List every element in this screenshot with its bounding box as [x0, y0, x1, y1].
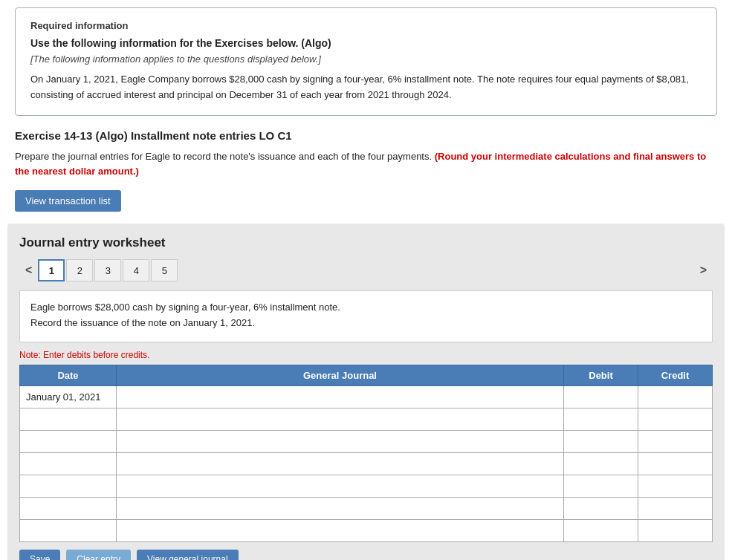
table-row	[20, 498, 713, 520]
clear-entry-button[interactable]: Clear entry	[66, 550, 131, 560]
instructions-plain: Prepare the journal entries for Eagle to…	[15, 151, 435, 162]
date-input[interactable]	[26, 436, 110, 447]
description-text: Eagle borrows $28,000 cash by signing a …	[30, 302, 340, 328]
tab-prev-arrow[interactable]: <	[19, 261, 38, 280]
debit-cell[interactable]	[564, 408, 638, 431]
view-general-journal-button[interactable]: View general journal	[137, 550, 239, 560]
date-input[interactable]	[26, 525, 110, 536]
table-row	[20, 520, 713, 542]
col-header-debit: Debit	[564, 365, 638, 386]
journal-table: Date General Journal Debit Credit Januar…	[19, 365, 713, 542]
debit-input[interactable]	[570, 391, 632, 403]
journal-input[interactable]	[123, 414, 557, 425]
view-transaction-button[interactable]: View transaction list	[15, 190, 121, 212]
table-row: January 01, 2021	[20, 386, 713, 408]
date-cell: January 01, 2021	[20, 386, 117, 408]
credit-input[interactable]	[644, 503, 706, 514]
journal-input[interactable]	[123, 481, 557, 492]
credit-input[interactable]	[644, 525, 706, 536]
date-cell[interactable]	[20, 453, 117, 475]
debit-input[interactable]	[570, 436, 632, 447]
required-info-heading: Use the following information for the Ex…	[30, 37, 702, 49]
required-info-box: Required information Use the following i…	[15, 7, 717, 116]
credit-input[interactable]	[644, 391, 706, 403]
tab-next-arrow[interactable]: >	[694, 261, 713, 280]
debit-cell[interactable]	[564, 520, 638, 542]
date-input[interactable]	[26, 458, 110, 469]
credit-cell[interactable]	[638, 520, 713, 542]
exercise-title: Exercise 14-13 (Algo) Installment note e…	[15, 129, 717, 142]
journal-input[interactable]	[123, 503, 557, 514]
required-info-title: Required information	[30, 20, 702, 31]
date-cell[interactable]	[20, 520, 117, 542]
save-button[interactable]: Save	[19, 550, 60, 560]
tab-4[interactable]: 4	[123, 259, 149, 281]
debit-cell[interactable]	[564, 475, 638, 498]
debit-input[interactable]	[570, 481, 632, 492]
tab-2[interactable]: 2	[66, 259, 93, 281]
credit-input[interactable]	[644, 414, 706, 425]
worksheet-container: Journal entry worksheet < 1 2 3 4 5 > Ea…	[7, 224, 725, 560]
debit-input[interactable]	[570, 458, 632, 469]
date-cell[interactable]	[20, 475, 117, 498]
worksheet-title: Journal entry worksheet	[19, 235, 713, 250]
debit-cell[interactable]	[564, 453, 638, 475]
debit-input[interactable]	[570, 525, 632, 536]
debit-input[interactable]	[570, 414, 632, 425]
journal-cell[interactable]	[117, 520, 564, 542]
journal-input[interactable]	[123, 458, 557, 469]
table-row	[20, 408, 713, 431]
date-input[interactable]	[26, 414, 110, 425]
credit-input[interactable]	[644, 481, 706, 492]
table-row	[20, 475, 713, 498]
journal-cell[interactable]	[117, 475, 564, 498]
note-text: Note: Enter debits before credits.	[19, 350, 713, 360]
credit-cell[interactable]	[638, 431, 713, 453]
tab-3[interactable]: 3	[94, 259, 121, 281]
journal-cell[interactable]	[117, 386, 564, 408]
description-box: Eagle borrows $28,000 cash by signing a …	[19, 290, 713, 342]
journal-cell[interactable]	[117, 498, 564, 520]
col-header-date: Date	[20, 365, 117, 386]
journal-cell[interactable]	[117, 431, 564, 453]
debit-input[interactable]	[570, 503, 632, 514]
tab-5[interactable]: 5	[151, 259, 178, 281]
tab-navigation: < 1 2 3 4 5 >	[19, 259, 713, 281]
credit-input[interactable]	[644, 458, 706, 469]
credit-cell[interactable]	[638, 408, 713, 431]
col-header-journal: General Journal	[117, 365, 564, 386]
tab-1[interactable]: 1	[38, 259, 65, 281]
debit-cell[interactable]	[564, 386, 638, 408]
date-input[interactable]	[26, 481, 110, 492]
journal-cell[interactable]	[117, 453, 564, 475]
journal-input[interactable]	[123, 436, 557, 447]
date-cell[interactable]	[20, 408, 117, 431]
exercise-instructions: Prepare the journal entries for Eagle to…	[15, 149, 717, 180]
journal-cell[interactable]	[117, 408, 564, 431]
required-info-subtitle: [The following information applies to th…	[30, 53, 702, 65]
credit-cell[interactable]	[638, 498, 713, 520]
table-row	[20, 431, 713, 453]
table-row	[20, 453, 713, 475]
journal-input[interactable]	[123, 391, 557, 403]
debit-cell[interactable]	[564, 498, 638, 520]
bottom-buttons: Save Clear entry View general journal	[19, 542, 713, 560]
date-cell[interactable]	[20, 498, 117, 520]
journal-input[interactable]	[123, 525, 557, 536]
credit-input[interactable]	[644, 436, 706, 447]
col-header-credit: Credit	[638, 365, 713, 386]
date-cell[interactable]	[20, 431, 117, 453]
credit-cell[interactable]	[638, 453, 713, 475]
debit-cell[interactable]	[564, 431, 638, 453]
required-info-body: On January 1, 2021, Eagle Company borrow…	[30, 72, 702, 103]
date-input[interactable]	[26, 503, 110, 514]
credit-cell[interactable]	[638, 475, 713, 498]
credit-cell[interactable]	[638, 386, 713, 408]
